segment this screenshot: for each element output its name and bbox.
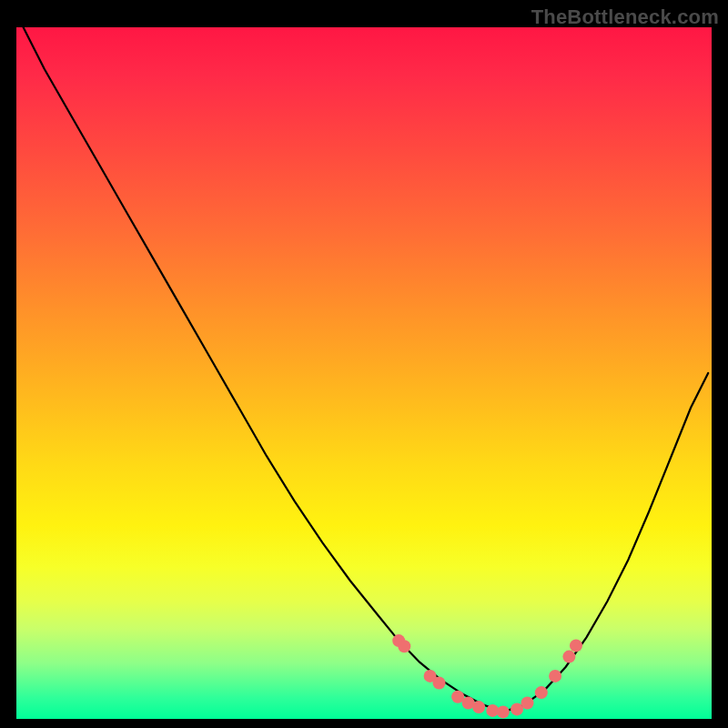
- left-curve: [24, 27, 503, 712]
- data-point: [535, 686, 548, 699]
- data-point: [562, 651, 575, 663]
- right-curve: [503, 373, 708, 712]
- curve-layer: [16, 27, 712, 719]
- data-point: [549, 670, 561, 682]
- data-point: [433, 677, 446, 690]
- watermark-label: TheBottleneck.com: [531, 5, 719, 29]
- data-point: [472, 701, 485, 713]
- data-point: [497, 705, 510, 718]
- data-point: [521, 697, 534, 710]
- plot-area: [16, 27, 712, 719]
- data-point: [570, 639, 582, 652]
- chart-frame: TheBottleneck.com: [0, 0, 728, 728]
- data-point: [398, 640, 410, 652]
